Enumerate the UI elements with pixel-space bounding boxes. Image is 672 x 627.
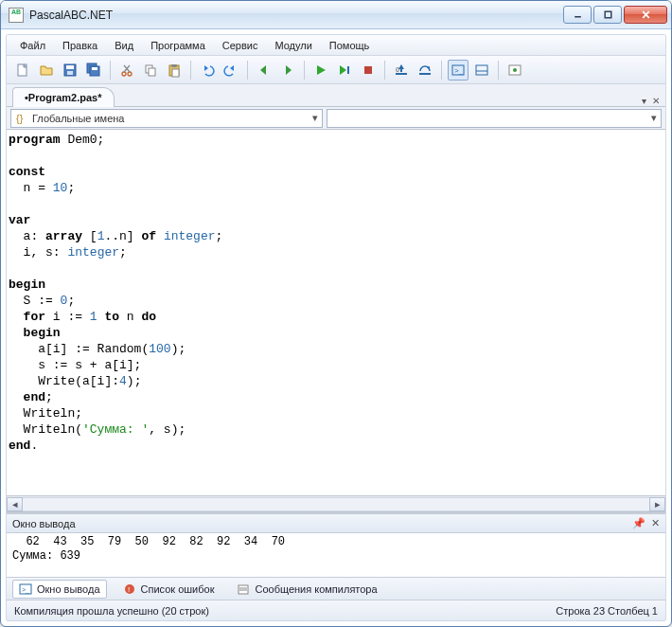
- tab-dropdown-icon[interactable]: ▾: [642, 96, 646, 106]
- status-bar: Компиляция прошла успешно (20 строк) Стр…: [7, 600, 665, 620]
- svg-rect-27: [347, 66, 349, 74]
- tab-icon: >_: [19, 582, 32, 596]
- menu-item[interactable]: Сервис: [215, 38, 266, 53]
- menu-item[interactable]: Помощь: [322, 38, 378, 53]
- separator: [304, 61, 305, 80]
- separator: [498, 61, 499, 80]
- bottom-tab[interactable]: Сообщения компилятора: [230, 580, 383, 599]
- close-panel-icon[interactable]: ✕: [651, 517, 660, 529]
- menu-item[interactable]: Правка: [55, 38, 105, 53]
- svg-rect-29: [396, 73, 407, 75]
- menu-item[interactable]: Файл: [12, 38, 53, 53]
- menu-item[interactable]: Вид: [107, 38, 141, 53]
- svg-marker-25: [317, 65, 326, 75]
- svg-marker-26: [340, 65, 346, 75]
- bottom-tab-label: Сообщения компилятора: [255, 583, 377, 595]
- tab-icon: !: [123, 582, 136, 596]
- tab-icon: [237, 582, 250, 596]
- bottom-tabs: >_Окно вывода!Список ошибокСообщения ком…: [7, 577, 665, 600]
- editor-area: program Dem0; const n = 10; var a: array…: [7, 130, 665, 512]
- tab-strip: •Program2.pas* ▾ ✕: [7, 84, 665, 107]
- menu-item[interactable]: Модули: [267, 38, 319, 53]
- horizontal-scrollbar[interactable]: ◂ ▸: [7, 495, 665, 511]
- paste-button[interactable]: [164, 60, 185, 81]
- app-window: AB PascalABC.NET ФайлПравкаВидПрограммаС…: [0, 0, 672, 627]
- window-buttons: [563, 6, 667, 24]
- svg-text:{}: {}: [16, 113, 24, 124]
- svg-marker-24: [286, 65, 292, 75]
- svg-marker-21: [204, 65, 208, 71]
- separator: [190, 61, 191, 80]
- member-combo[interactable]: ▾: [327, 109, 662, 128]
- separator: [110, 61, 111, 80]
- svg-text:{}: {}: [396, 66, 399, 72]
- svg-rect-34: [419, 73, 431, 75]
- nav-forward-button[interactable]: [277, 60, 298, 81]
- svg-point-40: [513, 68, 517, 72]
- bottom-tab-label: Окно вывода: [37, 583, 100, 595]
- chevron-down-icon: ▾: [651, 112, 657, 124]
- scroll-right-button[interactable]: ▸: [649, 497, 665, 511]
- bottom-tab[interactable]: !Список ошибок: [116, 580, 221, 599]
- run-nodebug-button[interactable]: [334, 60, 355, 81]
- output-title: Окно вывода: [12, 518, 76, 529]
- step-into-button[interactable]: {}: [391, 60, 412, 81]
- svg-rect-20: [172, 69, 179, 77]
- toggle-output-button[interactable]: >_: [448, 60, 469, 81]
- svg-point-12: [122, 72, 126, 76]
- client-area: ФайлПравкаВидПрограммаСервисМодулиПомощь…: [6, 34, 666, 621]
- menubar: ФайлПравкаВидПрограммаСервисМодулиПомощь: [7, 35, 665, 56]
- stop-button[interactable]: [358, 60, 379, 81]
- undo-button[interactable]: [197, 60, 218, 81]
- svg-point-13: [128, 72, 132, 76]
- file-tab-active[interactable]: •Program2.pas*: [12, 87, 115, 107]
- pin-icon[interactable]: 📌: [632, 517, 645, 529]
- toggle-panel-button[interactable]: [471, 60, 492, 81]
- scope-combo[interactable]: {} Глобальные имена ▾: [10, 109, 323, 128]
- separator: [247, 61, 248, 80]
- svg-rect-28: [364, 66, 372, 74]
- svg-text:!: !: [128, 585, 130, 594]
- new-file-button[interactable]: [12, 60, 33, 81]
- svg-rect-8: [67, 71, 73, 75]
- svg-rect-37: [476, 65, 487, 75]
- separator: [441, 61, 442, 80]
- copy-button[interactable]: [140, 60, 161, 81]
- braces-icon: {}: [15, 112, 28, 125]
- open-file-button[interactable]: [36, 60, 57, 81]
- scroll-left-button[interactable]: ◂: [7, 497, 23, 511]
- step-over-button[interactable]: [415, 60, 435, 81]
- minimize-button[interactable]: [563, 6, 592, 24]
- separator: [384, 61, 385, 80]
- output-header: Окно вывода 📌 ✕: [7, 514, 665, 533]
- status-left: Компиляция прошла успешно (20 строк): [14, 605, 209, 617]
- code-editor[interactable]: program Dem0; const n = 10; var a: array…: [7, 130, 665, 495]
- nav-back-button[interactable]: [254, 60, 274, 81]
- svg-rect-17: [149, 68, 155, 76]
- toolbar: {} >_: [7, 56, 665, 84]
- close-button[interactable]: [624, 6, 667, 24]
- save-all-button[interactable]: [83, 60, 104, 81]
- tab-close-icon[interactable]: ✕: [652, 96, 660, 106]
- options-button[interactable]: [504, 60, 525, 81]
- app-icon: AB: [9, 8, 24, 23]
- save-button[interactable]: [60, 60, 80, 81]
- redo-button[interactable]: [221, 60, 241, 81]
- svg-rect-19: [171, 64, 177, 67]
- menu-item[interactable]: Программа: [143, 38, 213, 53]
- scrollbar-track[interactable]: [23, 497, 649, 511]
- bottom-tab[interactable]: >_Окно вывода: [12, 580, 107, 599]
- output-body[interactable]: 62 43 35 79 50 92 82 92 34 70 Сумма: 639: [7, 533, 665, 577]
- bottom-tab-label: Список ошибок: [141, 583, 215, 595]
- cut-button[interactable]: [116, 60, 137, 81]
- svg-rect-1: [605, 11, 611, 18]
- maximize-button[interactable]: [593, 6, 622, 24]
- tab-strip-right: ▾ ✕: [642, 96, 660, 106]
- window-title: PascalABC.NET: [29, 9, 563, 22]
- run-button[interactable]: [310, 60, 331, 81]
- svg-text:>_: >_: [454, 66, 464, 75]
- svg-rect-7: [66, 65, 74, 69]
- output-panel: Окно вывода 📌 ✕ 62 43 35 79 50 92 82 92 …: [7, 512, 665, 577]
- status-right: Строка 23 Столбец 1: [556, 605, 658, 617]
- svg-marker-23: [260, 65, 266, 75]
